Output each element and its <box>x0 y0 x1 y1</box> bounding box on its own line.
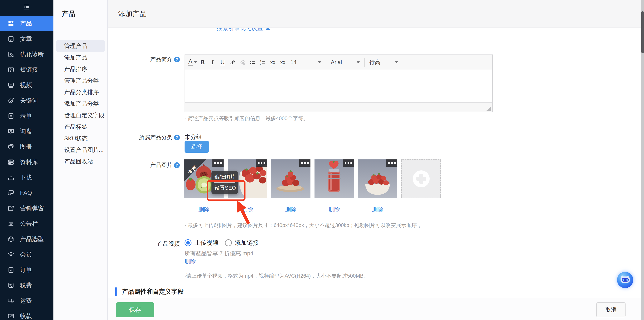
product-image-3: 删除 <box>271 159 310 213</box>
sidebar-item-form[interactable]: 表单 <box>0 108 54 124</box>
submenu-item[interactable]: 管理产品分类 <box>56 75 105 86</box>
sidebar-collapse-button[interactable] <box>0 0 54 16</box>
sidebar-item-popup[interactable]: 营销弹窗 <box>0 201 54 216</box>
superscript-button[interactable]: x2 <box>278 57 287 68</box>
context-menu-item-edit-image[interactable]: 编辑图片 <box>212 173 238 181</box>
delete-image-link[interactable]: 删除 <box>358 206 397 213</box>
submenu-item[interactable]: 添加产品 <box>56 52 105 63</box>
sidebar-item-keyword[interactable]: 关键词 <box>0 93 54 108</box>
video-label: 产品视频 <box>107 240 180 248</box>
chat-assistant-button[interactable] <box>616 271 634 289</box>
insert-link-button[interactable] <box>228 57 237 68</box>
sidebar-item-shipping[interactable]: 运费 <box>0 293 54 308</box>
category-value: 未分组 <box>184 133 202 141</box>
context-menu-item-set-seo[interactable]: 设置SEO <box>212 184 238 192</box>
sidebar-item-diagnose[interactable]: 优化诊断 <box>0 47 54 62</box>
chevron-down-icon <box>194 61 197 63</box>
help-icon[interactable]: ? <box>174 57 180 62</box>
sidebar-item-payment[interactable]: 收款 <box>0 308 54 320</box>
add-image-button[interactable] <box>402 159 441 198</box>
sidebar-item-announcement[interactable]: 公告栏 <box>0 216 54 231</box>
delete-image-link[interactable]: 删除 <box>271 206 310 213</box>
link-icon <box>7 66 14 73</box>
choose-category-button[interactable]: 选择 <box>184 141 209 153</box>
numbered-list-button[interactable]: 1 2 <box>258 57 267 68</box>
sidebar-item-faq[interactable]: FAQ <box>0 185 54 201</box>
sidebar-item-product-box[interactable]: 产品选型 <box>0 231 54 247</box>
delete-video-link[interactable]: 删除 <box>184 258 196 265</box>
sidebar-item-order[interactable]: 订单 <box>0 262 54 278</box>
underline-button[interactable]: U <box>218 57 227 68</box>
secondary-sidebar: 产品 管理产品添加产品产品排序管理产品分类产品分类排序添加产品分类管理自定义字段… <box>54 0 108 320</box>
more-options-button[interactable] <box>386 159 397 167</box>
toolbar-divider <box>364 58 365 67</box>
subscript-button[interactable]: x2 <box>268 57 277 68</box>
submenu-item[interactable]: 产品回收站 <box>56 156 105 167</box>
product-image-thumbnail[interactable] <box>271 159 310 198</box>
intro-label: 产品简介 ? <box>107 56 180 63</box>
form-icon <box>7 112 14 120</box>
submenu-item[interactable]: 产品排序 <box>56 63 105 75</box>
sidebar-item-grid[interactable]: 产品 <box>0 16 54 31</box>
video-filename: 所有產品皆享 7 折優惠.mp4 <box>184 250 253 257</box>
font-size-select[interactable]: 14 <box>288 57 324 68</box>
section-title: 产品属性和自定义字段 <box>122 287 184 296</box>
sidebar-item-inquiry[interactable]: 询盘 <box>0 124 54 139</box>
submenu-item[interactable]: SKU状态 <box>56 133 105 144</box>
sidebar-item-download[interactable]: 下载 <box>0 170 54 185</box>
radio-unselected-icon <box>225 239 232 246</box>
images-label: 产品图片 ? <box>107 161 180 169</box>
video-option-upload[interactable]: 上传视频 <box>184 239 218 247</box>
text-color-button[interactable]: A <box>188 57 197 68</box>
grid-icon <box>7 20 14 27</box>
product-image-thumbnail[interactable] <box>358 159 397 198</box>
sidebar-item-link[interactable]: 短链接 <box>0 62 54 77</box>
help-icon[interactable]: ? <box>174 162 180 168</box>
action-footer: 保存 取消 <box>107 298 644 320</box>
submenu-title: 产品 <box>54 0 107 18</box>
svg-text:2: 2 <box>260 63 261 65</box>
sidebar-item-member[interactable]: 会员 <box>0 247 54 262</box>
submenu-item[interactable]: 管理自定义字段 <box>56 110 105 121</box>
delete-image-link[interactable]: 删除 <box>184 206 224 213</box>
save-button[interactable]: 保存 <box>116 302 154 317</box>
resize-grip[interactable] <box>486 107 491 111</box>
submenu-item[interactable]: 管理产品 <box>56 40 105 52</box>
sidebar-item-video[interactable]: 视频 <box>0 77 54 93</box>
remove-link-button[interactable] <box>238 57 247 68</box>
bold-button[interactable]: B <box>198 57 207 68</box>
sidebar-item-album[interactable]: 图册 <box>0 139 54 154</box>
more-options-button[interactable] <box>299 159 310 167</box>
shipping-icon <box>7 297 14 304</box>
sidebar-item-article[interactable]: 文章 <box>0 31 54 47</box>
plus-icon <box>413 171 430 187</box>
submenu-item[interactable]: 设置产品图片... <box>56 144 105 156</box>
font-family-select[interactable]: Arial <box>328 57 362 68</box>
submenu-item[interactable]: 产品标签 <box>56 121 105 133</box>
chevron-down-icon <box>395 61 398 63</box>
line-height-select[interactable]: 行高 <box>367 57 400 68</box>
tax-icon <box>7 282 14 289</box>
product-image-thumbnail[interactable] <box>314 159 354 198</box>
inquiry-icon <box>7 128 14 135</box>
bullet-list-button[interactable] <box>248 57 257 68</box>
editor-toolbar: A B I U <box>185 55 492 70</box>
more-options-button[interactable] <box>212 159 224 167</box>
submenu-item[interactable]: 添加产品分类 <box>56 98 105 110</box>
sidebar-item-tax[interactable]: 税费 <box>0 278 54 293</box>
submenu-item[interactable]: 产品分类排序 <box>56 86 105 98</box>
category-label: 所属产品分类 ? <box>107 134 180 141</box>
delete-image-link[interactable]: 删除 <box>228 206 267 213</box>
sidebar-item-library[interactable]: 资料库 <box>0 154 54 170</box>
cancel-button[interactable]: 取消 <box>596 302 626 317</box>
scrollbar-track[interactable] <box>641 0 644 320</box>
editor-content[interactable] <box>185 70 492 102</box>
help-icon[interactable]: ? <box>174 134 180 140</box>
more-options-button[interactable] <box>343 159 354 167</box>
chevron-down-icon <box>318 61 321 63</box>
delete-image-link[interactable]: 删除 <box>314 206 354 213</box>
video-option-link[interactable]: 添加链接 <box>225 239 259 247</box>
scrollbar-thumb[interactable] <box>641 11 644 53</box>
more-options-button[interactable] <box>256 159 267 167</box>
italic-button[interactable]: I <box>208 57 217 68</box>
